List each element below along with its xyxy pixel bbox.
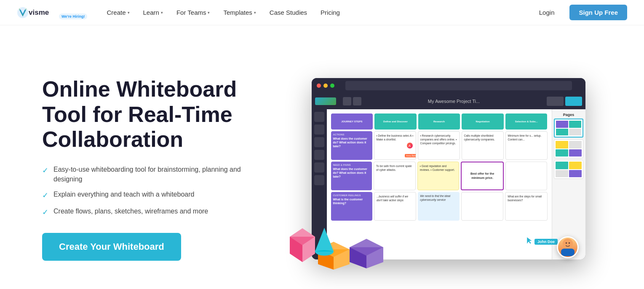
hero-section: Online Whiteboard Tool for Real-Time Col… [0,25,644,289]
nav-item-pricing[interactable]: Pricing [314,0,347,25]
visme-logo[interactable]: visme [17,5,63,20]
dot-red [317,84,321,88]
chevron-down-icon: ▾ [128,11,130,15]
wb-cell-actions-3: Calls multiple shortlisted cybersecurity… [462,131,504,160]
page-cell-2-4 [569,149,582,157]
hiring-badge: We're Hiring! [59,14,87,19]
wb-cell-actions-1: • Define the business selec A • Make a s… [374,131,416,160]
hero-features: ✓ Easy-to-use whiteboarding tool for bra… [42,165,253,218]
nav-item-create[interactable]: Create ▾ [100,0,136,25]
svg-text:visme: visme [29,8,49,16]
pages-title: Pages [554,111,584,119]
check-icon-2: ✓ [42,190,48,201]
app-logo-small [315,97,336,105]
toolbar-action-export [565,97,582,106]
shape-teal-cone [314,227,335,258]
toolbar-icon-2 [353,97,361,105]
page-cell-2-3 [556,149,568,157]
browser-bar [345,81,572,90]
wb-col-header-research: Research [418,113,460,130]
anna-belle-label: Anna Belle [405,154,416,157]
svg-rect-6 [561,248,575,256]
check-icon-3: ✓ [42,207,48,218]
wb-label-feelings: CUSTOMER FEELINGS [333,194,370,197]
wb-cell-actions-2: • Research cybersecurity companies and o… [418,131,460,160]
toolbar-icons [343,97,361,105]
page-thumb-3[interactable] [554,160,583,179]
page-cell-p1 [556,121,568,128]
side-icon-5 [314,162,324,173]
wb-row-needs: NEED & PAINS What does the customer do? … [331,162,548,190]
wb-col-header-journey: JOURNEY STEPS [331,113,373,130]
signup-button[interactable]: Sign Up Free [569,5,627,20]
browser-content: My Awesome Project Ti... [312,93,585,259]
wb-col-header-negotiation: Negotiation [462,113,504,130]
wb-label-needs: NEED & PAINS [333,164,370,166]
wb-cell-feelings-2: We need to find the ideal cybersecurity … [418,192,459,221]
dot-green [330,84,334,88]
user-avatar: A [406,142,414,149]
login-button[interactable]: Login [532,5,561,19]
toolbar-title: My Awesome Project Ti... [365,99,543,104]
wb-cell-feelings-1: ...business will suffer if we don't take… [374,192,416,221]
cta-button[interactable]: Create Your Whiteboard [42,233,181,261]
wb-label-actions: ACTIONS [333,133,370,136]
chevron-down-icon: ▾ [254,11,256,15]
toolbar-action-share [547,97,564,106]
hero-right: My Awesome Project Ti... [270,51,627,287]
avatar-face-svg [558,236,577,257]
wb-cell-actions-0: ACTIONS What does the customer do? What … [331,131,372,160]
navbar: visme We're Hiring! Create ▾ Learn ▾ For… [0,0,644,25]
wb-cell-needs-4 [505,162,548,190]
wb-cell-feelings-0: CUSTOMER FEELINGS What is the customer t… [331,192,372,221]
logo-area: visme We're Hiring! [17,5,87,20]
wb-row-actions: ACTIONS What does the customer do? What … [331,131,548,160]
browser-chrome [312,78,585,93]
page-cell-p2 [569,121,581,128]
nav-links: Create ▾ Learn ▾ For Teams ▾ Templates ▾… [100,0,532,25]
wb-body-rows: ACTIONS What does the customer do? What … [331,131,548,221]
wb-cell-needs-0: NEED & PAINS What does the customer do? … [331,162,372,190]
wb-cell-feelings-4: What are the steps for small businesses? [505,192,547,221]
app-toolbar: My Awesome Project Ti... [312,93,585,109]
nav-item-for-teams[interactable]: For Teams ▾ [170,0,217,25]
page-cell-2-2 [569,141,582,149]
wb-row-feelings: CUSTOMER FEELINGS What is the customer t… [331,192,548,221]
wb-header-row: JOURNEY STEPS Define and Discover Resear… [331,113,548,130]
john-doe-avatar [557,236,579,258]
feature-item-3: ✓ Create flows, plans, sketches, wirefra… [42,207,253,218]
nav-item-learn[interactable]: Learn ▾ [136,0,170,25]
page-thumb-1[interactable] [554,119,583,138]
avatar-body [558,238,577,257]
page-thumb-2[interactable] [554,139,583,158]
side-icon-4 [314,150,324,160]
side-icon-2 [314,124,324,135]
svg-point-3 [563,238,573,249]
toolbar-icon-1 [343,97,351,105]
toolbar-actions [547,97,582,106]
cursor-icon [526,236,533,245]
nav-item-templates[interactable]: Templates ▾ [216,0,262,25]
feature-item-1: ✓ Easy-to-use whiteboarding tool for bra… [42,165,253,184]
shape-purple-block [347,237,385,272]
wb-cell-needs-1: To be safe from current spate of cyber a… [374,162,416,190]
svg-point-5 [569,242,570,244]
chevron-down-icon: ▾ [208,11,210,15]
john-doe-label: John Doe [534,239,558,245]
feature-item-2: ✓ Explain everything and teach with a wh… [42,190,253,201]
wb-grid: JOURNEY STEPS Define and Discover Resear… [331,113,548,255]
page-cell-p4 [569,129,581,136]
dot-yellow [323,84,328,88]
nav-item-case-studies[interactable]: Case Studies [263,0,314,25]
page-cell-2-1 [556,141,568,149]
page-cell-3-2 [569,162,582,169]
side-icon-3 [314,137,324,147]
svg-point-4 [566,242,567,244]
page-cell-p3 [556,129,568,136]
chevron-down-icon: ▾ [161,11,163,15]
avatar-initials: A [409,144,411,148]
wb-cell-feelings-3 [461,192,503,221]
wb-cell-needs-2: • Good reputation and reviews. • Custome… [417,162,460,190]
browser-mockup: My Awesome Project Ti... [312,78,585,259]
wb-col-header-selection: Selection & Subs... [505,113,548,130]
